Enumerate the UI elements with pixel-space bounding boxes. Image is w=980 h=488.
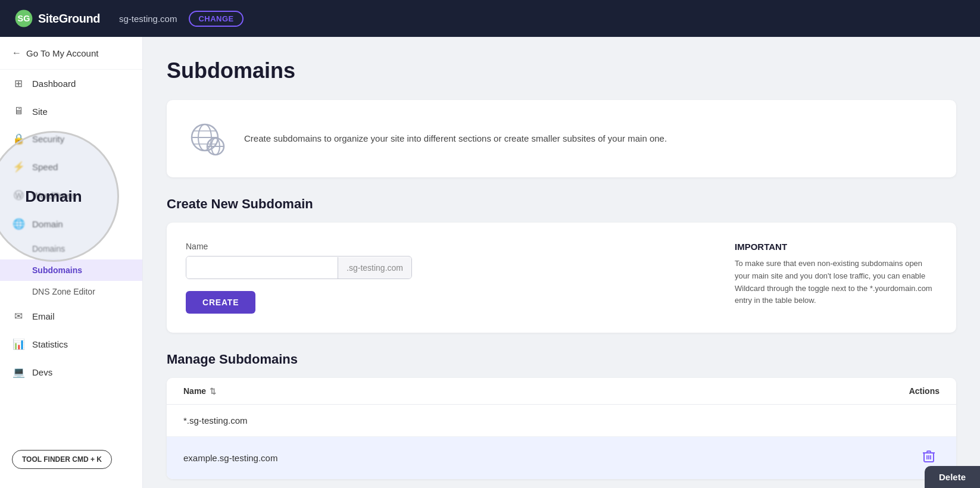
sidebar-subitem-domains[interactable]: Domains — [0, 238, 142, 259]
sidebar-item-label: Dashboard — [32, 79, 76, 89]
table-row: example.sg-testing.com — [167, 437, 956, 479]
devs-icon: 💻 — [12, 366, 25, 378]
logo-area: SG SiteGround — [14, 9, 100, 28]
subdomains-table: Name ⇅ Actions *.sg-testing.com example.… — [167, 378, 956, 479]
manage-section-title: Manage Subdomains — [167, 352, 956, 367]
domain-suffix: .sg-testing.com — [338, 257, 411, 279]
sidebar-item-site[interactable]: 🖥 Site — [0, 98, 142, 125]
table-header: Name ⇅ Actions — [167, 378, 956, 405]
subdomain-input-row: .sg-testing.com — [186, 256, 412, 279]
dashboard-icon: ⊞ — [12, 77, 25, 90]
sidebar-subitem-subdomains[interactable]: Subdomains — [0, 259, 142, 281]
sidebar-footer: TOOL FINDER CMD + K — [0, 440, 142, 478]
subdomain-name-input[interactable] — [186, 256, 338, 279]
create-card: Name .sg-testing.com CREATE IMPORTANT To… — [167, 223, 956, 333]
tool-finder-button[interactable]: TOOL FINDER CMD + K — [12, 450, 112, 469]
domains-label: Domains — [32, 244, 65, 254]
create-subdomain-button[interactable]: CREATE — [186, 291, 255, 314]
statistics-icon: 📊 — [12, 338, 25, 351]
security-icon: 🔒 — [12, 133, 25, 145]
site-icon: 🖥 — [12, 105, 25, 117]
topnav-domain: sg-testing.com — [119, 14, 177, 24]
subdomain-name: *.sg-testing.com — [183, 415, 248, 426]
sidebar-item-label: Security — [32, 134, 64, 144]
important-text: To make sure that even non-existing subd… — [735, 258, 937, 307]
sidebar-item-label: WordPress — [32, 190, 76, 201]
create-form: Name .sg-testing.com CREATE — [186, 242, 706, 314]
table-header-actions: Actions — [909, 386, 940, 396]
name-label: Name — [186, 242, 706, 251]
create-section-title: Create New Subdomain — [167, 196, 956, 212]
sidebar-item-statistics[interactable]: 📊 Statistics — [0, 330, 142, 358]
wordpress-icon: Ⓦ — [12, 189, 25, 202]
sidebar: ← Go To My Account ⊞ Dashboard 🖥 Site 🔒 … — [0, 37, 143, 488]
speed-icon: ⚡ — [12, 161, 25, 173]
subdomains-label: Subdomains — [32, 265, 82, 275]
subdomain-name: example.sg-testing.com — [183, 453, 277, 463]
main-content: Subdomains Create subdomains to organize… — [143, 37, 980, 488]
sidebar-subitem-dns-zone-editor[interactable]: DNS Zone Editor — [0, 281, 142, 302]
globe-icon — [186, 117, 227, 158]
domain-subitems: Domains Subdomains DNS Zone Editor — [0, 238, 142, 302]
globe-icon-wrap — [186, 117, 227, 161]
domain-icon: 🌐 — [12, 218, 25, 230]
sidebar-item-label: Devs — [32, 367, 52, 377]
change-button[interactable]: CHANGE — [189, 11, 243, 27]
sidebar-item-email[interactable]: ✉ Email — [0, 302, 142, 330]
info-card: Create subdomains to organize your site … — [167, 100, 956, 177]
logo-text: SiteGround — [38, 12, 100, 26]
sidebar-item-label: Statistics — [32, 339, 68, 349]
sidebar-back-label: Go To My Account — [26, 48, 98, 58]
sidebar-item-label: Email — [32, 311, 55, 321]
sidebar-item-devs[interactable]: 💻 Devs — [0, 358, 142, 386]
svg-text:SG: SG — [18, 14, 30, 23]
important-box: IMPORTANT To make sure that even non-exi… — [735, 242, 937, 314]
delete-subdomain-button[interactable] — [918, 448, 940, 468]
page-title: Subdomains — [167, 58, 956, 83]
sidebar-item-dashboard[interactable]: ⊞ Dashboard — [0, 70, 142, 98]
go-to-my-account-link[interactable]: ← Go To My Account — [0, 37, 142, 70]
trash-icon — [923, 450, 935, 463]
siteground-logo-icon: SG — [14, 9, 33, 28]
delete-tooltip: Delete — [925, 466, 980, 488]
sidebar-item-security[interactable]: 🔒 Security — [0, 125, 142, 153]
dns-zone-editor-label: DNS Zone Editor — [32, 287, 95, 296]
sidebar-item-label: Site — [32, 107, 48, 117]
sidebar-item-label: Speed — [32, 162, 58, 172]
important-title: IMPORTANT — [735, 242, 937, 252]
table-row: *.sg-testing.com — [167, 405, 956, 437]
name-column-label: Name — [183, 386, 206, 396]
sidebar-item-wordpress[interactable]: Ⓦ WordPress — [0, 181, 142, 210]
sidebar-item-speed[interactable]: ⚡ Speed — [0, 153, 142, 181]
sort-icon[interactable]: ⇅ — [210, 387, 216, 396]
back-arrow-icon: ← — [12, 48, 21, 58]
manage-section: Manage Subdomains Name ⇅ Actions *.sg-te… — [167, 352, 956, 479]
topnav: SG SiteGround sg-testing.com CHANGE — [0, 0, 980, 37]
info-card-text: Create subdomains to organize your site … — [244, 132, 667, 146]
sidebar-item-domain[interactable]: 🌐 Domain — [0, 210, 142, 238]
table-header-name: Name ⇅ — [183, 386, 216, 396]
sidebar-item-label: Domain — [32, 219, 63, 229]
email-icon: ✉ — [12, 310, 25, 323]
